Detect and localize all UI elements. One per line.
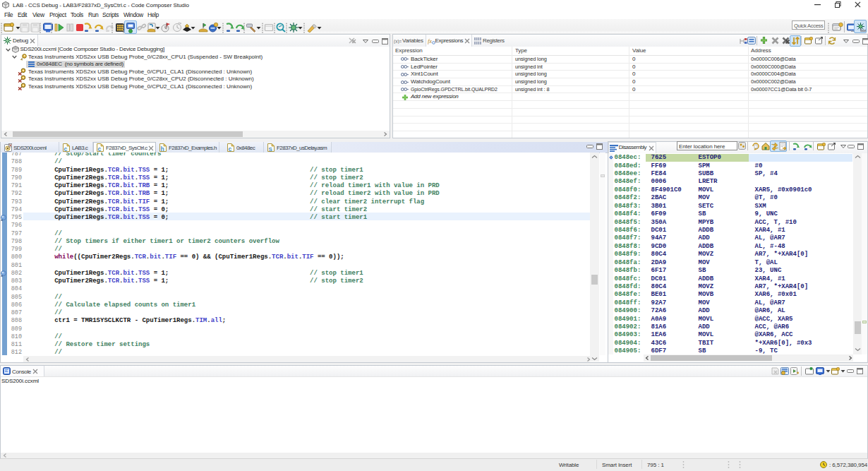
- svg-text:h: h: [161, 145, 164, 153]
- svg-text:c: c: [229, 145, 232, 153]
- svg-text:c: c: [64, 145, 68, 153]
- svg-text:(x)=: (x)=: [394, 38, 402, 44]
- svg-text:S: S: [269, 146, 273, 153]
- svg-text:fx: fx: [428, 37, 432, 44]
- svg-text:c: c: [98, 145, 102, 153]
